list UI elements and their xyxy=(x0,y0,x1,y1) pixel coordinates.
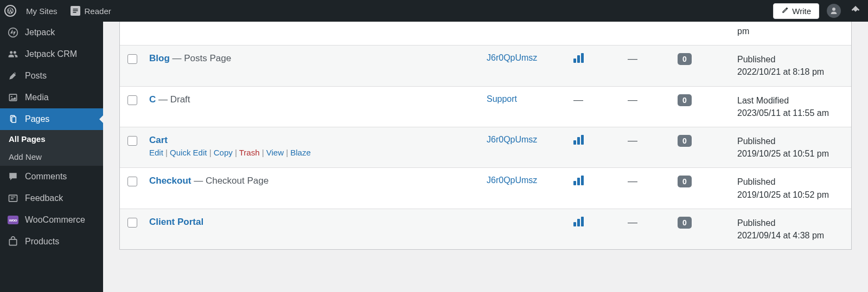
svg-point-5 xyxy=(10,51,12,54)
stats-icon[interactable] xyxy=(573,53,584,63)
page-title-link[interactable]: Client Portal xyxy=(149,217,203,227)
feedback-icon xyxy=(8,193,18,204)
media-icon xyxy=(8,92,18,103)
table-row: pm xyxy=(120,22,851,45)
table-row: Blog — Posts Page J6r0QpUmsz — 0 Publish… xyxy=(120,45,851,86)
svg-rect-0 xyxy=(73,9,78,10)
count-badge: 0 xyxy=(678,94,692,106)
date-status: Published xyxy=(737,176,844,188)
author-link[interactable]: J6r0QpUmsz xyxy=(487,135,537,144)
date-time: 2022/10/21 at 8:18 pm xyxy=(737,66,844,78)
svg-rect-10 xyxy=(12,117,16,123)
page-title-link[interactable]: Checkout xyxy=(149,176,191,186)
page-title-suffix: — Draft xyxy=(156,94,190,105)
column-dash: — xyxy=(628,176,678,187)
notification-icon[interactable] xyxy=(848,0,863,22)
pages-icon xyxy=(8,114,18,125)
column-dash: — xyxy=(628,94,678,106)
count-badge: 0 xyxy=(678,176,692,187)
reader-link[interactable]: Reader xyxy=(67,6,114,16)
sidebar-item-comments[interactable]: Comments xyxy=(0,166,103,187)
main-content: pm Blog — Posts Page J6r0QpUmsz — 0 Publ… xyxy=(103,22,868,292)
sidebar-item-label: Pages xyxy=(25,114,49,124)
sidebar-item-woocommerce[interactable]: woo WooCommerce xyxy=(0,209,103,231)
sidebar-item-pages[interactable]: Pages xyxy=(0,108,103,130)
row-actions: Edit | Quick Edit | Copy | Trash | View … xyxy=(149,148,481,157)
sidebar-item-label: Media xyxy=(25,93,49,102)
svg-rect-12 xyxy=(9,239,16,245)
date-status: Last Modified xyxy=(737,94,844,107)
date-time: 2023/05/11 at 11:55 am xyxy=(737,107,844,119)
submenu-add-new[interactable]: Add New xyxy=(0,148,103,166)
row-checkbox[interactable] xyxy=(127,95,137,105)
pen-icon xyxy=(781,7,789,16)
action-blaze[interactable]: Blaze xyxy=(290,148,311,157)
sidebar-item-label: Posts xyxy=(25,71,47,81)
svg-rect-2 xyxy=(73,12,76,13)
svg-point-4 xyxy=(9,28,18,37)
page-title-link[interactable]: Blog xyxy=(149,53,170,63)
submenu-all-pages[interactable]: All Pages xyxy=(0,130,103,148)
row-checkbox[interactable] xyxy=(127,136,137,146)
table-row: C — Draft Support — — 0 Last Modified 20… xyxy=(120,86,851,127)
table-row: Checkout — Checkout Page J6r0QpUmsz — 0 … xyxy=(120,167,851,208)
page-title-suffix: — Posts Page xyxy=(170,53,231,63)
products-icon xyxy=(8,236,18,247)
pin-icon xyxy=(8,70,18,81)
date-status: Published xyxy=(737,53,844,66)
sidebar: Jetpack Jetpack CRM Posts Media Pages Al… xyxy=(0,22,103,292)
stats-icon[interactable] xyxy=(573,135,584,145)
top-toolbar: My Sites Reader Write xyxy=(0,0,868,22)
action-trash[interactable]: Trash xyxy=(239,148,260,157)
date-status: Published xyxy=(737,135,844,147)
row-checkbox[interactable] xyxy=(127,218,137,228)
sidebar-item-feedback[interactable]: Feedback xyxy=(0,187,103,209)
author-link[interactable]: Support xyxy=(487,94,517,103)
sidebar-submenu-pages: All Pages Add New xyxy=(0,130,103,166)
write-label: Write xyxy=(792,7,811,16)
wordpress-logo-icon[interactable] xyxy=(4,5,16,17)
sidebar-item-label: Feedback xyxy=(25,193,63,203)
date-time: pm xyxy=(737,25,844,37)
date-time: 2021/09/14 at 4:38 pm xyxy=(737,229,844,242)
column-dash: — xyxy=(628,135,678,146)
page-title-link[interactable]: Cart xyxy=(149,135,168,145)
action-copy[interactable]: Copy xyxy=(214,148,233,157)
count-badge: 0 xyxy=(678,217,692,229)
sidebar-item-posts[interactable]: Posts xyxy=(0,65,103,87)
sidebar-item-label: Jetpack CRM xyxy=(25,49,77,59)
avatar[interactable] xyxy=(827,4,841,18)
column-dash: — xyxy=(628,53,678,64)
woocommerce-icon: woo xyxy=(8,215,18,225)
jetpack-icon xyxy=(8,27,18,38)
count-badge: 0 xyxy=(678,135,692,147)
reader-label: Reader xyxy=(85,7,111,16)
sidebar-item-jetpack[interactable]: Jetpack xyxy=(0,22,103,43)
my-sites-link[interactable]: My Sites xyxy=(23,7,61,16)
author-link[interactable]: J6r0QpUmsz xyxy=(487,53,537,62)
sidebar-item-products[interactable]: Products xyxy=(0,231,103,252)
write-button[interactable]: Write xyxy=(773,3,819,19)
sidebar-item-label: WooCommerce xyxy=(25,215,85,225)
sidebar-item-media[interactable]: Media xyxy=(0,87,103,108)
sidebar-item-label: Comments xyxy=(25,172,67,181)
action-quick-edit[interactable]: Quick Edit xyxy=(170,148,207,157)
svg-rect-1 xyxy=(73,10,78,11)
table-row: Cart Edit | Quick Edit | Copy | Trash | … xyxy=(120,127,851,167)
author-link[interactable]: J6r0QpUmsz xyxy=(487,176,537,185)
action-view[interactable]: View xyxy=(266,148,284,157)
stats-icon[interactable] xyxy=(573,176,584,185)
comments-icon xyxy=(8,171,18,182)
stats-icon[interactable] xyxy=(573,217,584,226)
date-status: Published xyxy=(737,217,844,229)
svg-point-6 xyxy=(14,51,16,54)
row-checkbox[interactable] xyxy=(127,54,137,64)
page-title-link[interactable]: C xyxy=(149,94,156,105)
sidebar-item-label: Products xyxy=(25,237,59,246)
action-edit[interactable]: Edit xyxy=(149,148,163,157)
sidebar-item-label: Jetpack xyxy=(25,28,55,37)
date-time: 2019/10/25 at 10:52 pm xyxy=(737,189,844,201)
sidebar-item-jetpack-crm[interactable]: Jetpack CRM xyxy=(0,43,103,65)
row-checkbox[interactable] xyxy=(127,177,137,186)
my-sites-label: My Sites xyxy=(26,7,58,16)
